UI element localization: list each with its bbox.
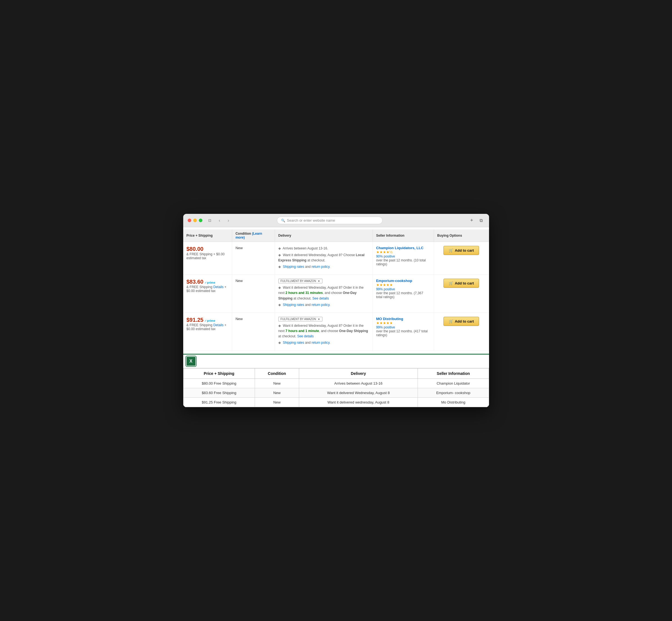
excel-delivery-1: Arrives between August 13-16 [299,378,418,388]
seller-rating-link-1[interactable]: 90% positive [376,254,395,258]
table-row: $83.60 ✓prime & FREE Shipping Details + … [183,275,489,313]
minimize-button[interactable] [193,218,197,222]
shipping-text-3: & FREE Shipping Details + $0.00 estimate… [186,323,228,331]
price-amount-3: $91.25 ✓prime [186,317,228,323]
mac-window: ⊡ ‹ › 🔍 Search or enter website name + ⧉… [183,214,489,407]
col-header-delivery: Delivery [275,230,373,242]
delivery-cell-2: FULFILLMENT BY AMAZON ▼ ◆ Want it delive… [275,275,373,313]
condition-cell-3: New [232,313,275,351]
toolbar-right: + ⧉ [468,217,484,224]
buy-button-wrapper-3: 🛒 Add to cart [437,317,486,326]
address-bar[interactable]: 🔍 Search or enter website name [277,217,383,224]
seller-stars-2: ★★★★★ [376,283,430,287]
amazon-offers-table: Price + Shipping Condition (Learn more) … [183,230,489,351]
excel-condition-1: New [255,378,299,388]
excel-seller-3: Mo Distributing [418,398,489,407]
forward-button[interactable]: › [225,217,233,224]
excel-price-3: $91.25 Free Shipping [183,398,255,407]
shipping-rates-link-2[interactable]: Shipping rates [283,303,304,307]
excel-icon: X [186,356,196,366]
seller-rating-period-1: over the past 12 months. (10 total ratin… [376,258,430,266]
seller-stars-3: ★★★★★ [376,321,430,325]
details-link-3[interactable]: Details [213,323,223,327]
see-details-link-3[interactable]: See details [297,334,313,338]
shipping-rates-link-3[interactable]: Shipping rates [283,341,304,344]
add-to-cart-button-3[interactable]: 🛒 Add to cart [444,317,479,326]
details-link-2[interactable]: Details [213,285,223,289]
buy-button-wrapper-1: 🛒 Add to cart [437,246,486,255]
maximize-button[interactable] [199,218,202,222]
see-details-link-2[interactable]: See details [312,296,329,300]
return-policy-link-2[interactable]: return policy [312,303,330,307]
excel-col-header-condition: Condition [255,368,299,378]
seller-cell-2: Emporium-cookshop ★★★★★ 99% positive ove… [373,275,434,313]
excel-section: X Price + Shipping Condition Delivery [183,354,489,407]
price-cell-2: $83.60 ✓prime & FREE Shipping Details + … [183,275,232,313]
shipping-text-1: & FREE Shipping + $0.00 estimated tax [186,252,228,260]
condition-value-2: New [236,279,243,283]
table-row: $80.00 & FREE Shipping + $0.00 estimated… [183,242,489,275]
col-header-buying: Buying Options [434,230,489,242]
add-to-cart-button-2[interactable]: 🛒 Add to cart [444,279,479,288]
close-button[interactable] [188,218,191,222]
excel-delivery-2: Want it delivered Wednesday, August 8 [299,388,418,398]
back-button[interactable]: ‹ [216,217,223,224]
traffic-lights [188,218,202,222]
shipping-rates-link-1[interactable]: Shipping rates [283,265,304,268]
seller-rating-period-3: over the past 12 months. (417 total rati… [376,329,430,337]
nav-buttons: ‹ › [216,217,233,224]
seller-cell-1: Champion Liquidators, LLC ★★★★½ 90% posi… [373,242,434,275]
condition-cell-2: New [232,275,275,313]
delivery-line-1b: ◆ Want it delivered Wednesday, August 8?… [278,252,369,263]
delivery-line-2a: ◆ Want it delivered Wednesday, August 8?… [278,285,369,301]
amazon-offers-section: Price + Shipping Condition (Learn more) … [183,227,489,353]
search-icon: 🔍 [281,218,285,222]
fulfillment-badge-2: FULFILLMENT BY AMAZON ▼ [278,279,369,285]
excel-row-1: $80.00 Free Shipping New Arrives between… [183,378,489,388]
seller-rating-link-2[interactable]: 99% positive [376,287,395,291]
cart-icon-3: 🛒 [449,319,453,323]
seller-name-link-3[interactable]: MO Distributing [376,317,404,321]
condition-value-3: New [236,317,243,321]
price-amount-2: $83.60 ✓prime [186,279,228,285]
delivery-line-1c: ◆ Shipping rates and return policy. [278,264,369,270]
excel-seller-2: Emporium- cookshop [418,388,489,398]
excel-price-1: $80.00 Free Shipping [183,378,255,388]
excel-price-2: $83.60 Free Shipping [183,388,255,398]
address-bar-text: Search or enter website name [287,218,335,222]
buying-options-cell-3: 🛒 Add to cart [434,313,489,351]
add-to-cart-button-1[interactable]: 🛒 Add to cart [444,246,479,255]
col-header-price: Price + Shipping [183,230,232,242]
cart-icon-1: 🛒 [449,248,453,252]
condition-value-1: New [236,246,243,250]
seller-name-link-2[interactable]: Emporium-cookshop [376,279,412,283]
excel-delivery-3: Want it delivered wednesday, August 8 [299,398,418,407]
price-cell-1: $80.00 & FREE Shipping + $0.00 estimated… [183,242,232,275]
buying-options-cell-2: 🛒 Add to cart [434,275,489,313]
sidebar-toggle-icon[interactable]: ⊡ [207,218,212,223]
seller-name-link-1[interactable]: Champion Liquidators, LLC [376,246,423,250]
shipping-text-2: & FREE Shipping Details + $0.00 estimate… [186,285,228,293]
excel-row-3: $91.25 Free Shipping New Want it deliver… [183,398,489,407]
seller-rating-link-3[interactable]: 99% positive [376,325,395,329]
excel-col-header-price: Price + Shipping [183,368,255,378]
seller-rating-period-2: over the past 12 months. (7,367 total ra… [376,291,430,299]
price-cell-3: $91.25 ✓prime & FREE Shipping Details + … [183,313,232,351]
excel-condition-3: New [255,398,299,407]
buying-options-cell-1: 🛒 Add to cart [434,242,489,275]
delivery-line-3b: ◆ Shipping rates and return policy. [278,340,369,345]
return-policy-link-1[interactable]: return policy [312,265,330,268]
delivery-cell-3: FULFILLMENT BY AMAZON ▼ ◆ Want it delive… [275,313,373,351]
delivery-line-3a: ◆ Want it delivered Wednesday, August 8?… [278,323,369,339]
excel-col-header-seller: Seller Information [418,368,489,378]
seller-stars-1: ★★★★½ [376,250,430,254]
delivery-line-2b: ◆ Shipping rates and return policy. [278,302,369,307]
tab-overview-icon[interactable]: ⧉ [478,217,484,224]
return-policy-link-3[interactable]: return policy [312,341,330,344]
title-bar: ⊡ ‹ › 🔍 Search or enter website name + ⧉ [183,214,489,227]
excel-condition-2: New [255,388,299,398]
new-tab-icon[interactable]: + [468,217,475,224]
fulfillment-badge-3: FULFILLMENT BY AMAZON ▼ [278,317,369,323]
excel-header-bar: X [183,355,489,368]
price-amount-1: $80.00 [186,246,228,252]
